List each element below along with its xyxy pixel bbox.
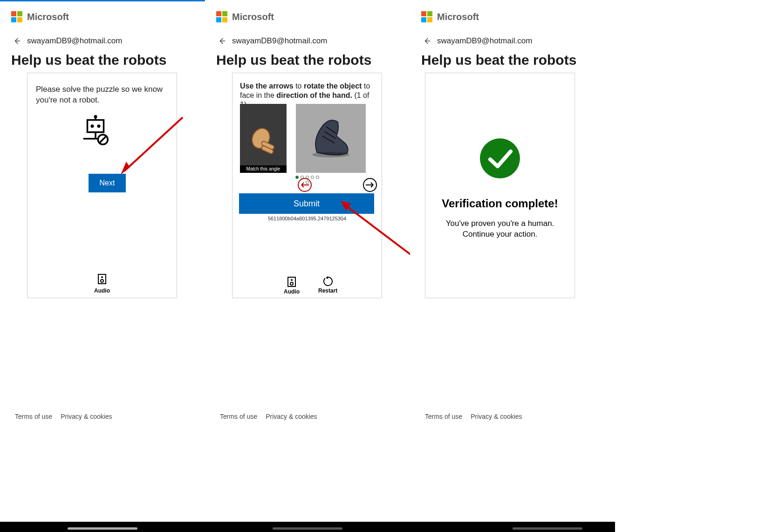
session-id: 5611800b04a601395.2479125304 (232, 216, 382, 221)
hand-icon (247, 122, 280, 155)
nav-bar (205, 522, 410, 532)
back-arrow-icon[interactable] (218, 37, 226, 45)
brand-name: Microsoft (27, 12, 69, 22)
page-title: Help us beat the robots (421, 52, 576, 68)
target-image (296, 104, 366, 173)
account-email: swayamDB9@hotmail.com (27, 36, 122, 46)
home-pill-icon[interactable] (513, 527, 582, 530)
terms-link[interactable]: Terms of use (220, 413, 257, 420)
svg-point-21 (291, 279, 293, 281)
footer-links: Terms of use Privacy & cookies (15, 413, 112, 420)
svg-point-4 (97, 124, 101, 128)
match-caption: Match this angle (240, 165, 287, 173)
restart-icon (323, 276, 333, 286)
audio-icon (287, 276, 296, 287)
home-pill-icon[interactable] (68, 527, 137, 530)
svg-line-9 (124, 117, 183, 171)
terms-link[interactable]: Terms of use (15, 413, 52, 420)
svg-point-3 (91, 124, 94, 128)
audio-label: Audio (65, 287, 139, 294)
back-arrow-icon[interactable] (13, 37, 21, 45)
captcha-card: Use the arrows to rotate the object to f… (232, 73, 382, 298)
svg-marker-10 (121, 162, 130, 175)
audio-icon (97, 273, 107, 285)
svg-point-12 (101, 276, 103, 278)
svg-point-1 (94, 115, 97, 118)
privacy-link[interactable]: Privacy & cookies (61, 413, 112, 420)
restart-button[interactable]: Restart (318, 276, 337, 295)
svg-point-22 (290, 282, 293, 285)
privacy-link[interactable]: Privacy & cookies (471, 413, 522, 420)
captcha-card: Verification complete! You've proven you… (425, 73, 575, 298)
restart-label: Restart (318, 287, 337, 294)
audio-button[interactable]: Audio (284, 276, 300, 295)
complete-title: Verification complete! (442, 197, 558, 210)
captcha-card: Please solve the puzzle so we know you'r… (27, 73, 177, 298)
footer-links: Terms of use Privacy & cookies (220, 413, 317, 420)
svg-rect-2 (88, 120, 104, 132)
svg-point-24 (480, 138, 520, 178)
audio-button[interactable]: Audio (65, 273, 139, 294)
brand-name: Microsoft (232, 12, 274, 22)
reference-image: Match this angle (240, 104, 287, 173)
nav-bar (410, 522, 615, 532)
privacy-link[interactable]: Privacy & cookies (266, 413, 317, 420)
microsoft-logo-icon (11, 11, 22, 22)
page-title: Help us beat the robots (216, 52, 371, 68)
page-title: Help us beat the robots (11, 52, 166, 68)
home-pill-icon[interactable] (273, 527, 342, 530)
terms-link[interactable]: Terms of use (425, 413, 462, 420)
microsoft-logo-icon (216, 11, 227, 22)
robot-blocked-icon (79, 115, 112, 148)
next-button[interactable]: Next (89, 174, 126, 192)
intro-text: Please solve the puzzle so we know you'r… (36, 84, 169, 106)
success-check-icon (480, 138, 520, 178)
account-email: swayamDB9@hotmail.com (232, 36, 327, 46)
back-arrow-icon[interactable] (423, 37, 431, 45)
brand-header: Microsoft (216, 11, 274, 22)
footer-links: Terms of use Privacy & cookies (425, 413, 522, 420)
brand-name: Microsoft (437, 12, 479, 22)
nav-bar (0, 522, 205, 532)
audio-label: Audio (284, 288, 300, 295)
progress-dots (232, 176, 382, 184)
shoe-icon (303, 110, 359, 166)
submit-button[interactable]: Submit (239, 193, 374, 214)
account-email: swayamDB9@hotmail.com (437, 36, 532, 46)
annotation-arrow-icon (120, 115, 185, 176)
complete-message: You've proven you're a human. Continue y… (439, 218, 561, 240)
microsoft-logo-icon (421, 11, 432, 22)
svg-point-17 (312, 152, 349, 157)
svg-marker-23 (326, 276, 328, 279)
svg-point-13 (101, 280, 103, 282)
brand-header: Microsoft (11, 11, 69, 22)
brand-header: Microsoft (421, 11, 479, 22)
